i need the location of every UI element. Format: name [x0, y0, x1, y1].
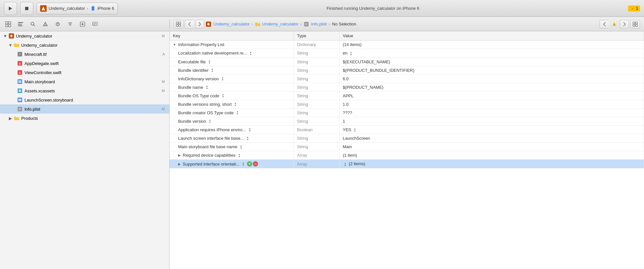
plist-scroll[interactable]: Key Type Value ▼ Information Property Li…	[170, 31, 644, 269]
row-stepper-orientations[interactable]: ▲▼	[242, 162, 244, 166]
grid-view-button[interactable]	[3, 19, 13, 29]
table-row[interactable]: Bundle identifier ▲▼ String $(PRODUCT_BU…	[170, 66, 644, 74]
table-row[interactable]: ▼ Information Property List Dictionary (…	[170, 40, 644, 49]
breadcrumb-file[interactable]: Info.plist	[311, 22, 327, 26]
play-button[interactable]	[4, 2, 17, 15]
row-stepper-main-storyboard[interactable]: ▲▼	[240, 145, 242, 149]
row-value-bundle-version: 1	[339, 117, 644, 125]
row-stepper-bundle-version[interactable]: ▲▼	[209, 119, 211, 123]
row-stepper-capabilities[interactable]: ▲▼	[238, 153, 240, 158]
row-type-bundle-version: String	[294, 117, 339, 125]
svg-text:P: P	[306, 23, 307, 25]
content-area: Key Type Value ▼ Information Property Li…	[170, 31, 644, 269]
row-disclosure-capabilities[interactable]: ▶	[178, 153, 181, 157]
assets-file-icon	[17, 88, 23, 94]
row-type-bundle-creator: String	[294, 108, 339, 117]
warning-toolbar-icon: !	[612, 22, 617, 26]
table-row[interactable]: Bundle OS Type code ▲▼ String APPL	[170, 91, 644, 100]
table-row[interactable]: Bundle version ▲▼ String 1	[170, 117, 644, 125]
status-bar: Finished running Undemy_calculator on iP…	[121, 6, 625, 11]
table-row[interactable]: Bundle name ▲▼ String $(PRODUCT_NAME)	[170, 83, 644, 91]
table-row[interactable]: ▶ Supported interface orientati... ▲▼ + …	[170, 160, 644, 168]
add-button[interactable]	[78, 19, 87, 29]
scheme-selector[interactable]: Undemy_calculator › iPhone 6	[37, 3, 118, 14]
sidebar-item-minecraft-ttf[interactable]: T Minecraft.ttf A	[0, 50, 169, 59]
sidebar-item-mainstoryboard[interactable]: Main.storyboard M	[0, 77, 169, 86]
row-stepper-bundle-id[interactable]: ▲▼	[211, 68, 213, 72]
svg-rect-32	[179, 22, 181, 24]
row-add-button-orientations[interactable]: +	[247, 161, 252, 166]
xcodeproj-icon	[206, 21, 211, 27]
svg-rect-8	[8, 22, 11, 24]
row-stepper-bundle-name[interactable]: ▲▼	[206, 85, 208, 89]
editor-grid-button[interactable]	[174, 20, 183, 28]
row-stepper-bundle-os-type[interactable]: ▲▼	[222, 93, 224, 98]
table-row[interactable]: Localization native development re... ▲▼…	[170, 49, 644, 58]
row-stepper-bundle-versions[interactable]: ▲▼	[234, 102, 237, 106]
sidebar-item-products[interactable]: ▶ Products	[0, 114, 169, 123]
row-disclosure-root[interactable]: ▼	[173, 43, 176, 46]
row-stepper-launch-screen[interactable]: ▲▼	[247, 136, 249, 141]
col-header-key: Key	[170, 31, 294, 40]
sidebar-badge-root: M	[162, 34, 165, 38]
row-value-stepper-orientations[interactable]: ▲▼	[344, 162, 346, 166]
folder-file-icon	[14, 42, 20, 48]
table-row[interactable]: ▶ Required device capabilities ▲▼ Array …	[170, 151, 644, 160]
sidebar-item-root-project[interactable]: ▼ Undemy_calculator M	[0, 31, 169, 40]
breadcrumb-folder[interactable]: Undemy_calculator	[262, 22, 299, 26]
right-nav-forward-button[interactable]	[620, 20, 629, 28]
stop-button[interactable]	[20, 2, 33, 15]
row-type-orientations: Array	[294, 160, 339, 168]
breadcrumb-project[interactable]: Undemy_calculator	[213, 22, 250, 26]
row-stepper-executable[interactable]: ▲▼	[208, 59, 211, 64]
right-nav-back-button[interactable]	[600, 20, 609, 28]
svg-text:P: P	[19, 108, 21, 110]
sidebar-item-infoplist[interactable]: P Info.plist M	[0, 104, 169, 114]
row-stepper-requires-iphone[interactable]: ▲▼	[249, 127, 251, 132]
sidebar-item-viewcontroller[interactable]: S ViewController.swift	[0, 68, 169, 77]
row-value-stepper-localization[interactable]: ▲▼	[350, 51, 352, 56]
table-row[interactable]: Application requires iPhone enviro... ▲▼…	[170, 125, 644, 134]
row-stepper-bundle-creator[interactable]: ▲▼	[236, 110, 238, 115]
row-stepper-localization[interactable]: ▲▼	[250, 51, 252, 55]
row-key-root: Information Property List	[178, 42, 224, 47]
svg-rect-9	[6, 24, 8, 27]
warning-filter-button[interactable]	[40, 19, 50, 29]
scheme-sep: ›	[87, 6, 88, 11]
row-disclosure-orientations[interactable]: ▶	[178, 162, 181, 166]
disclosure-launchscreen	[12, 97, 17, 103]
filter-button[interactable]	[65, 19, 75, 29]
table-row[interactable]: Launch screen interface file base... ▲▼ …	[170, 134, 644, 143]
svg-rect-12	[18, 24, 22, 24]
row-stepper-infodict[interactable]: ▲▼	[222, 76, 224, 81]
search-button[interactable]	[28, 19, 38, 29]
table-row[interactable]: Main storyboard file base name ▲▼ String…	[170, 143, 644, 151]
disclosure-infoplist	[12, 106, 17, 112]
comment-button[interactable]	[90, 19, 100, 29]
titlebar: Undemy_calculator › iPhone 6 Finished ru…	[0, 0, 644, 17]
table-row[interactable]: Bundle versions string, short ▲▼ String …	[170, 100, 644, 108]
scheme-icon	[40, 5, 47, 12]
disclosure-viewcontroller	[12, 69, 17, 76]
row-value-stepper-requires-iphone[interactable]: ▲▼	[354, 128, 356, 132]
table-row[interactable]: Bundle creator OS Type code ▲▼ String ??…	[170, 108, 644, 117]
svg-rect-43	[633, 24, 635, 26]
table-row[interactable]: Executable file ▲▼ String $(EXECUTABLE_N…	[170, 57, 644, 66]
sidebar-item-appdelegate[interactable]: S AppDelegate.swift	[0, 59, 169, 68]
right-editor-grid-button[interactable]	[630, 20, 640, 28]
svg-rect-42	[636, 22, 637, 24]
hierarchy-view-button[interactable]	[16, 19, 25, 29]
folder-breadcrumb-icon	[255, 22, 260, 26]
sidebar-item-launchscreen[interactable]: LaunchScreen.storyboard	[0, 95, 169, 104]
row-key-infodict: InfoDictionary version	[178, 76, 219, 81]
svg-rect-58	[18, 99, 22, 101]
table-row[interactable]: InfoDictionary version ▲▼ String 6.0	[170, 74, 644, 83]
svg-text:S: S	[19, 71, 21, 74]
nav-back-button[interactable]	[185, 20, 194, 28]
source-control-button[interactable]	[53, 19, 63, 29]
warning-badge[interactable]: ! 1	[628, 6, 640, 11]
sidebar-item-assets[interactable]: Assets.xcassets M	[0, 86, 169, 95]
sidebar-item-main-folder[interactable]: ▼ Undemy_calculator	[0, 40, 169, 50]
row-remove-button-orientations[interactable]: −	[253, 161, 258, 166]
nav-forward-button[interactable]	[195, 20, 204, 28]
